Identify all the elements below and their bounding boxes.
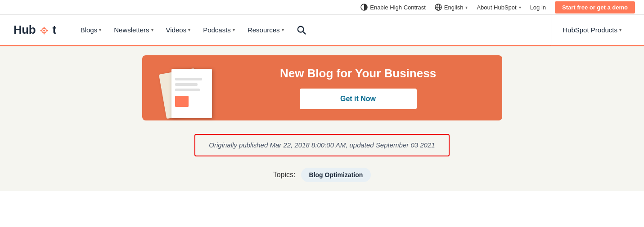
- main-navigation: Hub t Blogs ▾ Newsletters ▾ Videos ▾: [0, 15, 644, 46]
- illus-line3: [175, 89, 200, 91]
- language-chevron-icon: ▾: [465, 5, 468, 10]
- products-chevron-icon: ▾: [619, 27, 621, 32]
- svg-line-11: [303, 31, 306, 34]
- svg-point-9: [46, 30, 48, 31]
- illus-front-page: [171, 69, 212, 118]
- videos-label: Videos: [166, 26, 187, 34]
- resources-chevron-icon: ▾: [282, 27, 284, 32]
- illus-line1: [175, 78, 202, 80]
- nav-blogs[interactable]: Blogs ▾: [74, 14, 108, 46]
- topics-row: Topics: Blog Optimization: [273, 168, 371, 182]
- globe-icon: [435, 4, 442, 11]
- logo-text: Hub t: [14, 23, 56, 37]
- language-selector[interactable]: English ▾: [435, 4, 468, 11]
- about-label: About HubSpot: [477, 4, 516, 11]
- svg-point-8: [40, 30, 41, 31]
- content-area: New Blog for Your Business Get it Now Or…: [0, 46, 644, 191]
- svg-point-7: [43, 33, 45, 35]
- language-label: English: [444, 4, 464, 11]
- svg-point-5: [43, 30, 45, 31]
- nav-videos[interactable]: Videos ▾: [160, 14, 197, 46]
- search-button[interactable]: [290, 14, 313, 46]
- products-label: HubSpot Products: [563, 26, 617, 34]
- topic-tag-blog-optimization[interactable]: Blog Optimization: [301, 168, 371, 182]
- videos-chevron-icon: ▾: [188, 27, 190, 32]
- svg-point-10: [297, 26, 303, 32]
- about-hubspot-link[interactable]: About HubSpot ▾: [477, 4, 521, 11]
- svg-point-6: [43, 27, 45, 28]
- login-label: Log in: [530, 4, 546, 11]
- about-chevron-icon: ▾: [519, 5, 521, 10]
- nav-podcasts[interactable]: Podcasts ▾: [197, 14, 241, 46]
- logo-spot: [36, 23, 52, 36]
- newsletters-label: Newsletters: [114, 26, 149, 34]
- top-bar-items: Enable High Contrast English ▾ About Hub…: [360, 1, 635, 13]
- nav-newsletters[interactable]: Newsletters ▾: [108, 14, 159, 46]
- login-link[interactable]: Log in: [530, 4, 546, 11]
- banner-illustration: [153, 67, 221, 120]
- start-free-button[interactable]: Start free or get a demo: [555, 1, 635, 13]
- banner-card: New Blog for Your Business Get it Now: [142, 55, 502, 120]
- contrast-icon: [360, 4, 368, 11]
- search-icon: [297, 25, 306, 35]
- high-contrast-label: Enable High Contrast: [370, 4, 426, 11]
- podcasts-chevron-icon: ▾: [233, 27, 235, 32]
- published-text: Originally published Mar 22, 2018 8:00:0…: [209, 141, 435, 149]
- hubspot-logo[interactable]: Hub t: [14, 23, 56, 37]
- blogs-chevron-icon: ▾: [99, 27, 101, 32]
- newsletters-chevron-icon: ▾: [151, 27, 153, 32]
- nav-divider: [551, 14, 551, 46]
- illus-box: [175, 96, 189, 107]
- nav-hubspot-products[interactable]: HubSpot Products ▾: [554, 14, 630, 46]
- banner-image: [142, 55, 232, 120]
- banner-content: New Blog for Your Business Get it Now: [232, 67, 484, 109]
- resources-label: Resources: [248, 26, 280, 34]
- topics-label: Topics:: [273, 171, 296, 179]
- published-info-box: Originally published Mar 22, 2018 8:00:0…: [194, 134, 449, 156]
- podcasts-label: Podcasts: [203, 26, 231, 34]
- top-bar: Enable High Contrast English ▾ About Hub…: [0, 0, 644, 15]
- logo-sprocket-icon: [39, 26, 49, 36]
- banner-title: New Blog for Your Business: [280, 67, 436, 80]
- nav-resources[interactable]: Resources ▾: [241, 14, 290, 46]
- high-contrast-toggle[interactable]: Enable High Contrast: [360, 4, 426, 11]
- nav-items: Blogs ▾ Newsletters ▾ Videos ▾ Podcasts …: [74, 14, 549, 46]
- banner-cta-button[interactable]: Get it Now: [300, 89, 417, 109]
- blogs-label: Blogs: [81, 26, 98, 34]
- illus-line2: [175, 83, 198, 86]
